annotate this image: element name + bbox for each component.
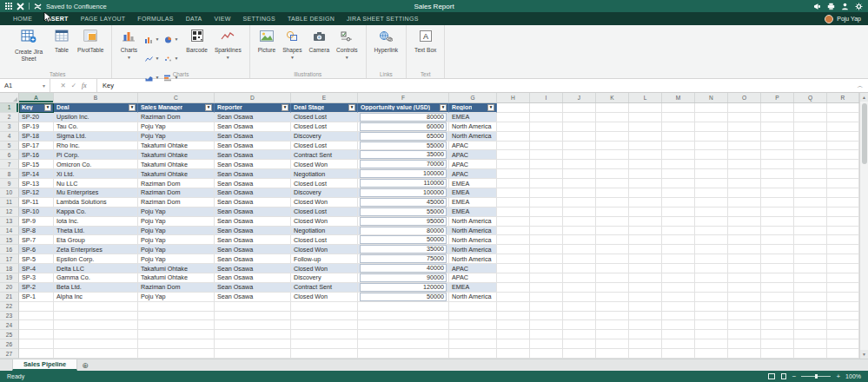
column-header-F[interactable]: F <box>358 93 449 102</box>
cell-D4[interactable]: Sean Osawa <box>215 132 291 142</box>
cell-L1[interactable] <box>629 103 662 113</box>
cell-K23[interactable] <box>596 312 629 321</box>
cell-B8[interactable]: Xi Ltd. <box>54 169 138 179</box>
cell-I17[interactable] <box>530 254 563 264</box>
cell-C22[interactable] <box>138 302 215 312</box>
shapes-button[interactable]: Shapes ▼ <box>280 28 304 62</box>
cell-D23[interactable] <box>215 312 291 321</box>
cell-K22[interactable] <box>596 302 629 312</box>
cell-I7[interactable] <box>530 160 563 169</box>
menu-tab-formulas[interactable]: FORMULAS <box>131 12 179 25</box>
cell-M4[interactable] <box>662 132 695 142</box>
cell-A8[interactable]: SP-14 <box>19 169 54 179</box>
cell-H26[interactable] <box>497 339 530 349</box>
cell-R6[interactable] <box>827 150 859 160</box>
cell-H9[interactable] <box>497 179 530 188</box>
cell-N19[interactable] <box>695 273 728 283</box>
cell-J14[interactable] <box>563 227 596 236</box>
cell-O18[interactable] <box>728 264 761 273</box>
cell-R3[interactable] <box>827 122 859 132</box>
cell-B4[interactable]: Sigma Ltd. <box>54 132 138 142</box>
cell-L9[interactable] <box>629 179 662 188</box>
cell-H27[interactable] <box>497 349 530 359</box>
cell-R21[interactable] <box>827 293 859 302</box>
sheet-tab-sales-pipeline[interactable]: Sales Pipeline <box>12 359 77 371</box>
cell-M24[interactable] <box>662 320 695 330</box>
cell-R4[interactable] <box>827 132 859 142</box>
cell-E23[interactable] <box>291 312 358 321</box>
cell-B10[interactable]: Mu Enterprises <box>54 188 138 198</box>
cell-B16[interactable]: Zeta Enterprises <box>54 245 138 254</box>
cell-F18[interactable]: 40000 <box>358 264 449 273</box>
cell-B15[interactable]: Eta Group <box>54 235 138 245</box>
cell-O8[interactable] <box>728 169 761 179</box>
cell-A2[interactable]: SP-20 <box>19 113 54 122</box>
cell-M11[interactable] <box>662 198 695 207</box>
cell-Q1[interactable] <box>794 103 827 113</box>
cell-O19[interactable] <box>728 273 761 283</box>
cell-H15[interactable] <box>497 235 530 245</box>
cell-J10[interactable] <box>563 188 596 198</box>
cell-E7[interactable]: Closed Won <box>291 160 358 169</box>
cell-P21[interactable] <box>761 293 794 302</box>
cell-E6[interactable]: Contract Sent <box>291 150 358 160</box>
cell-D10[interactable]: Sean Osawa <box>215 188 291 198</box>
cell-C7[interactable]: Takafumi Ohtake <box>138 160 215 169</box>
cell-A10[interactable]: SP-12 <box>19 188 54 198</box>
cell-F16[interactable]: 35000 <box>358 245 449 254</box>
cell-C13[interactable]: Poju Yap <box>138 217 215 227</box>
cell-D26[interactable] <box>215 339 291 349</box>
column-header-I[interactable]: I <box>530 93 563 102</box>
cell-G3[interactable]: North America <box>449 122 497 132</box>
cell-N18[interactable] <box>695 264 728 273</box>
vertical-scrollbar[interactable]: ▲ ▼ <box>859 93 868 359</box>
cell-Q7[interactable] <box>794 160 827 169</box>
cell-L20[interactable] <box>629 283 662 293</box>
cell-P4[interactable] <box>761 132 794 142</box>
cell-E3[interactable]: Closed Lost <box>291 122 358 132</box>
cell-B18[interactable]: Delta LLC <box>54 264 138 273</box>
cell-Q23[interactable] <box>794 312 827 321</box>
cell-E20[interactable]: Contract Sent <box>291 283 358 293</box>
cell-K26[interactable] <box>596 339 629 349</box>
cell-B11[interactable]: Lambda Solutions <box>54 198 138 207</box>
cell-P20[interactable] <box>761 283 794 293</box>
cell-M3[interactable] <box>662 122 695 132</box>
cell-K18[interactable] <box>596 264 629 273</box>
cell-N15[interactable] <box>695 235 728 245</box>
column-header-R[interactable]: R <box>827 93 859 102</box>
pivottable-button[interactable]: PivotTable <box>75 28 106 56</box>
cell-Q19[interactable] <box>794 273 827 283</box>
cell-B9[interactable]: Nu LLC <box>54 179 138 188</box>
cell-H21[interactable] <box>497 293 530 302</box>
cell-B22[interactable] <box>54 302 138 312</box>
row-header-24[interactable]: 24 <box>0 320 19 330</box>
row-header-6[interactable]: 6 <box>0 150 19 160</box>
cell-A12[interactable]: SP-10 <box>19 207 54 217</box>
cell-A16[interactable]: SP-6 <box>19 245 54 254</box>
cell-K16[interactable] <box>596 245 629 254</box>
cell-J1[interactable] <box>563 103 596 113</box>
cell-C10[interactable]: Raziman Dom <box>138 188 215 198</box>
cell-M16[interactable] <box>662 245 695 254</box>
cell-H2[interactable] <box>497 113 530 122</box>
cell-R19[interactable] <box>827 273 859 283</box>
cell-J13[interactable] <box>563 217 596 227</box>
filter-dropdown-icon[interactable]: ▾ <box>440 104 447 111</box>
menu-tab-data[interactable]: DATA <box>180 12 209 25</box>
cell-I19[interactable] <box>530 273 563 283</box>
cell-Q20[interactable] <box>794 283 827 293</box>
cell-G7[interactable]: APAC <box>449 160 497 169</box>
print-icon[interactable] <box>827 3 835 10</box>
cell-L11[interactable] <box>629 198 662 207</box>
cell-A7[interactable]: SP-15 <box>19 160 54 169</box>
cell-L25[interactable] <box>629 330 662 339</box>
cell-E25[interactable] <box>291 330 358 339</box>
cell-F1[interactable]: Opportunity value (USD)▾ <box>358 103 449 113</box>
cell-D9[interactable]: Sean Osawa <box>215 179 291 188</box>
cell-K21[interactable] <box>596 293 629 302</box>
cell-A23[interactable] <box>19 312 54 321</box>
cell-P15[interactable] <box>761 235 794 245</box>
cell-F19[interactable]: 90000 <box>358 273 449 283</box>
cell-G22[interactable] <box>449 302 497 312</box>
